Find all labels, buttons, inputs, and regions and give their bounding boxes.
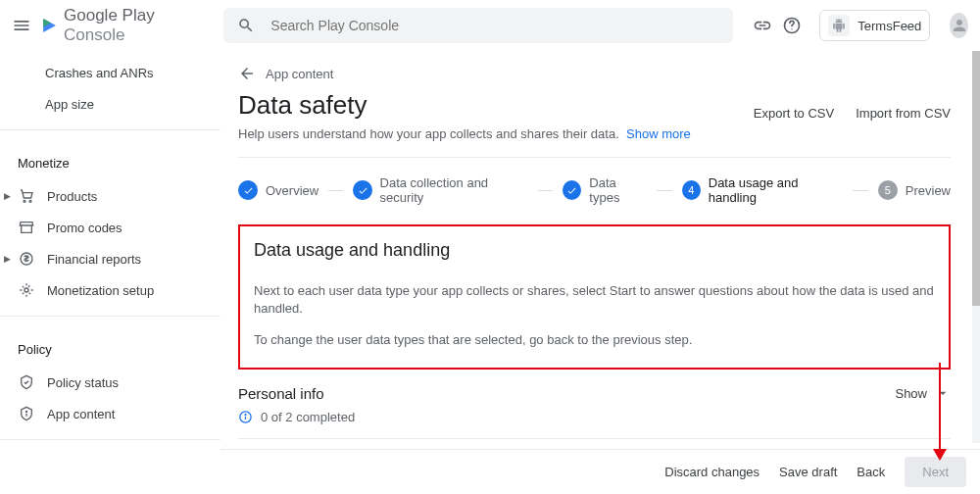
svg-point-4: [24, 200, 25, 202]
section-heading: Data usage and handling: [254, 240, 935, 261]
show-more-link[interactable]: Show more: [626, 126, 691, 141]
step-number: 5: [878, 180, 898, 200]
step-data-usage: 4 Data usage and handling: [682, 175, 844, 205]
highlight-annotation: Data usage and handling Next to each use…: [238, 224, 951, 370]
save-draft-button[interactable]: Save draft: [779, 465, 837, 479]
main-content: App content Data safety Export to CSV Im…: [220, 51, 980, 494]
breadcrumb-text: App content: [266, 67, 333, 81]
sidebar-item-financial[interactable]: ▶ Financial reports: [0, 243, 220, 274]
annotation-arrow: [939, 363, 941, 455]
logo-text: Google Play Console: [64, 6, 174, 45]
scrollbar[interactable]: [972, 51, 980, 443]
search-bar[interactable]: [223, 8, 733, 43]
app-header: Google Play Console TermsFeed: [0, 0, 980, 51]
cart-icon: [18, 187, 35, 205]
step-overview[interactable]: Overview: [238, 180, 318, 200]
sidebar-item-appsize[interactable]: App size: [0, 88, 220, 120]
avatar[interactable]: [950, 13, 968, 38]
search-input[interactable]: [270, 18, 719, 33]
step-preview[interactable]: 5 Preview: [878, 180, 951, 200]
back-button[interactable]: Back: [857, 465, 885, 479]
page-title: Data safety: [238, 90, 368, 121]
title-actions: Export to CSV Import from CSV: [754, 106, 951, 121]
accordion-personal-info: Personal info Show 0 of 2 completed: [238, 385, 951, 439]
check-icon: [353, 180, 371, 200]
stepper: Overview Data collection and security Da…: [238, 160, 951, 221]
sidebar-item-label: Monetization setup: [47, 283, 154, 298]
step-data-collection[interactable]: Data collection and security: [353, 175, 528, 205]
next-button[interactable]: Next: [905, 457, 966, 487]
link-icon[interactable]: [753, 14, 772, 37]
divider: [0, 129, 220, 130]
scrollbar-thumb[interactable]: [972, 51, 980, 306]
caret-icon: ▶: [4, 254, 11, 264]
logo[interactable]: Google Play Console: [41, 6, 174, 45]
step-number: 4: [682, 180, 701, 200]
export-csv-button[interactable]: Export to CSV: [754, 106, 834, 121]
check-icon: [563, 180, 581, 200]
sidebar-item-app-content[interactable]: App content: [0, 398, 220, 429]
account-selector[interactable]: TermsFeed: [819, 10, 930, 41]
import-csv-button[interactable]: Import from CSV: [856, 106, 951, 121]
sidebar-item-crashes[interactable]: Crashes and ANRs: [0, 57, 220, 88]
help-icon[interactable]: [782, 14, 802, 37]
divider: [0, 439, 220, 440]
chevron-down-icon: [935, 385, 951, 401]
divider: [238, 157, 951, 158]
sidebar-item-promo[interactable]: Promo codes: [0, 212, 220, 243]
discard-button[interactable]: Discard changes: [664, 465, 760, 479]
sidebar-group-monetize: Monetize: [0, 140, 220, 180]
accordion-toggle[interactable]: Show: [895, 385, 951, 401]
storefront-icon: [18, 219, 35, 236]
section-paragraph: Next to each user data type your app col…: [254, 282, 935, 318]
android-icon: [828, 15, 850, 36]
sidebar-item-monetization-setup[interactable]: Monetization setup: [0, 274, 220, 306]
sidebar: Crashes and ANRs App size Monetize ▶ Pro…: [0, 51, 220, 494]
sidebar-item-label: Products: [47, 189, 97, 204]
accordion-title: Personal info: [238, 385, 324, 402]
svg-point-5: [29, 200, 31, 202]
dollar-icon: [18, 250, 35, 268]
check-icon: [238, 180, 258, 200]
breadcrumb[interactable]: App content: [238, 65, 951, 82]
svg-point-10: [245, 414, 246, 415]
step-data-types[interactable]: Data types: [563, 175, 647, 205]
account-name: TermsFeed: [858, 19, 921, 33]
annotation-arrow-head: [933, 449, 947, 461]
section-paragraph: To change the user data types that are s…: [254, 331, 935, 349]
sidebar-group-policy: Policy: [0, 326, 220, 367]
sidebar-item-label: Promo codes: [47, 221, 122, 235]
arrow-back-icon: [238, 65, 256, 82]
sidebar-item-label: App content: [47, 407, 115, 421]
gear-icon: [18, 281, 35, 299]
accordion-subtext: 0 of 2 completed: [238, 410, 951, 424]
shield-info-icon: [18, 405, 35, 422]
sidebar-item-policy-status[interactable]: Policy status: [0, 367, 220, 398]
svg-point-7: [24, 288, 28, 292]
sidebar-item-label: Policy status: [47, 375, 119, 390]
sidebar-item-label: Financial reports: [47, 252, 141, 267]
sidebar-item-products[interactable]: ▶ Products: [0, 180, 220, 212]
page-subtitle: Help users understand how your app colle…: [238, 126, 951, 141]
caret-icon: ▶: [4, 191, 11, 201]
info-icon: [238, 410, 253, 424]
footer-bar: Discard changes Save draft Back Next: [220, 449, 980, 494]
search-icon: [237, 17, 255, 34]
divider: [0, 316, 220, 317]
play-console-logo-icon: [41, 14, 58, 37]
hamburger-icon[interactable]: [12, 14, 31, 37]
shield-check-icon: [18, 373, 35, 391]
svg-point-8: [25, 411, 26, 412]
svg-point-3: [792, 28, 793, 29]
